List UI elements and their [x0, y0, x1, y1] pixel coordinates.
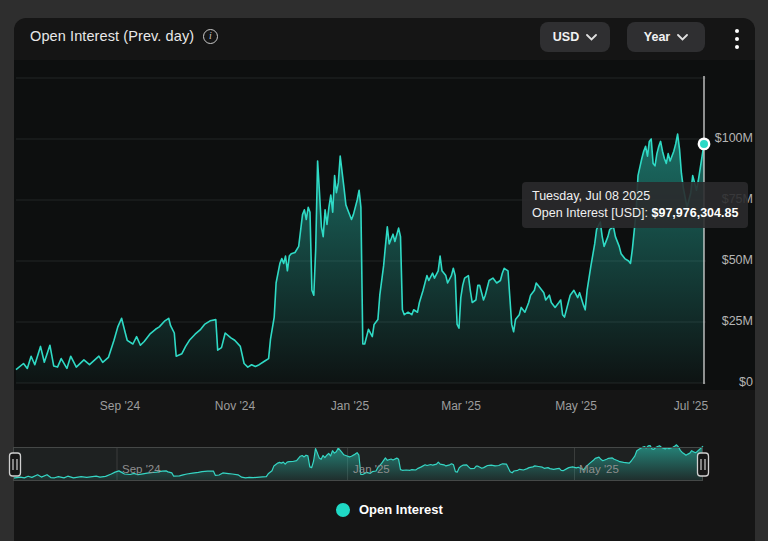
series-area-fill [16, 134, 704, 383]
navigator-left-handle[interactable] [10, 453, 21, 476]
y-tick-label: $50M [693, 253, 753, 267]
tooltip-series-label: Open Interest [USD]: [532, 206, 648, 220]
legend-dot-icon [336, 503, 350, 517]
tooltip-value-row: Open Interest [USD]: $97,976,304.85 [532, 205, 738, 222]
x-tick-label: Sep '24 [85, 399, 155, 413]
y-tick-label: $25M [693, 314, 753, 328]
chart-tooltip: Tuesday, Jul 08 2025 Open Interest [USD]… [522, 182, 748, 228]
tooltip-date: Tuesday, Jul 08 2025 [532, 188, 738, 205]
x-tick-label: May '25 [541, 399, 611, 413]
open-interest-chart[interactable] [0, 0, 768, 541]
x-tick-label: Nov '24 [200, 399, 270, 413]
x-tick-label: Jan '25 [315, 399, 385, 413]
y-tick-label: $0 [693, 375, 753, 389]
screenshot-stage: Open Interest (Prev. day) i USD Year [0, 0, 768, 541]
navigator-right-handle[interactable] [698, 453, 709, 476]
x-tick-label: Mar '25 [426, 399, 496, 413]
x-tick-label: Jul '25 [656, 399, 726, 413]
tooltip-value: $97,976,304.85 [652, 206, 739, 220]
legend-item-open-interest[interactable]: Open Interest [336, 502, 443, 517]
navigator-tick-label: May '25 [579, 463, 619, 475]
y-tick-label: $100M [693, 131, 753, 145]
legend-label: Open Interest [359, 502, 443, 517]
navigator-tick-label: Sep '24 [122, 463, 161, 475]
navigator-tick-label: Jan '25 [353, 463, 390, 475]
